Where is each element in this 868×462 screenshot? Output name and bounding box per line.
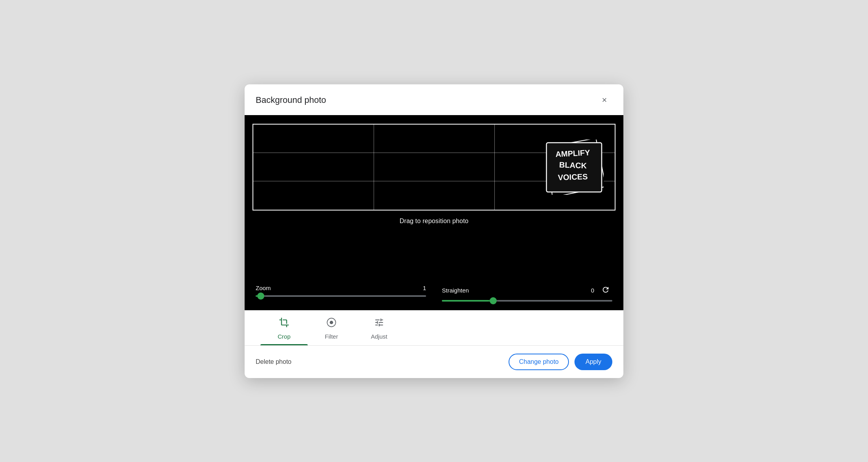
amplify-logo: AMPLIFY BLA K VOICES C AMPLIFY BLACK VOI…	[544, 140, 604, 195]
photo-area[interactable]: AMPLIFY BLA K VOICES C AMPLIFY BLACK VOI…	[245, 115, 623, 281]
zoom-slider-track[interactable]	[256, 295, 426, 297]
crop-frame-wrapper[interactable]: AMPLIFY BLA K VOICES C AMPLIFY BLACK VOI…	[253, 124, 615, 211]
dialog-title: Background photo	[256, 95, 326, 105]
tab-crop-label: Crop	[278, 333, 291, 345]
tab-crop[interactable]: Crop	[260, 310, 308, 345]
straighten-control: Straighten 0	[442, 285, 612, 302]
controls-area: Zoom 1 Straighten 0	[245, 281, 623, 310]
tab-filter[interactable]: Filter	[308, 310, 355, 345]
straighten-slider-thumb[interactable]	[490, 297, 497, 304]
grid-vertical-1	[374, 125, 374, 210]
zoom-label: Zoom	[256, 285, 271, 291]
zoom-value: 1	[423, 285, 426, 291]
straighten-header: Straighten 0	[442, 285, 612, 296]
tab-adjust-label: Adjust	[371, 333, 387, 345]
tabs-area: Crop Filter Adjust	[245, 310, 623, 346]
crop-icon	[279, 317, 289, 330]
straighten-slider-track[interactable]	[442, 300, 612, 302]
footer-actions: Change photo Apply	[509, 354, 612, 370]
tab-adjust[interactable]: Adjust	[355, 310, 403, 345]
grid-vertical-2	[494, 125, 495, 210]
svg-point-11	[330, 320, 333, 324]
change-photo-button[interactable]: Change photo	[509, 354, 569, 370]
background-photo-dialog: Background photo × AMPLIFY BLA K VOICES	[245, 84, 623, 378]
svg-text:AMPLIFY: AMPLIFY	[555, 148, 590, 158]
adjust-icon	[374, 317, 384, 330]
footer-area: Delete photo Change photo Apply	[245, 346, 623, 378]
straighten-label: Straighten	[442, 287, 469, 294]
dialog-header: Background photo ×	[245, 84, 623, 115]
zoom-header: Zoom 1	[256, 285, 426, 291]
svg-text:VOICES: VOICES	[558, 172, 588, 182]
close-button[interactable]: ×	[597, 92, 612, 108]
zoom-slider-thumb[interactable]	[257, 292, 264, 300]
zoom-control: Zoom 1	[256, 285, 426, 302]
drag-hint: Drag to reposition photo	[400, 218, 469, 225]
straighten-slider-fill	[442, 300, 493, 302]
filter-icon	[326, 317, 337, 330]
apply-button[interactable]: Apply	[574, 354, 612, 370]
reset-straighten-button[interactable]	[599, 285, 612, 296]
tab-filter-label: Filter	[325, 333, 338, 345]
delete-photo-button[interactable]: Delete photo	[256, 358, 292, 365]
svg-text:BLACK: BLACK	[559, 160, 587, 170]
straighten-value: 0	[591, 287, 594, 294]
